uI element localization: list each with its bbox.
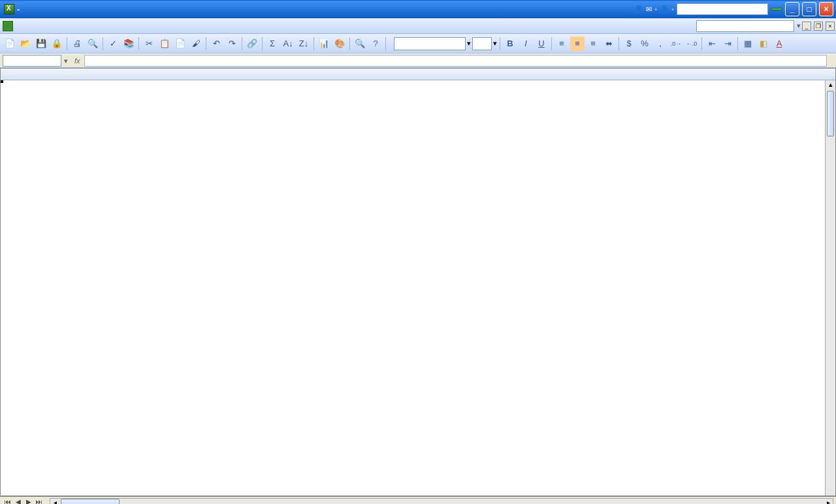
preview-button[interactable]: 🔍 (86, 37, 100, 51)
font-color-button[interactable]: A (772, 37, 786, 51)
help-question-input[interactable] (696, 20, 794, 32)
search-input[interactable] (677, 3, 768, 15)
decrease-decimal-button[interactable]: ←.0 (684, 37, 699, 51)
toolbar-standard: 📄 📂 💾 🔒 🖨 🔍 ✓ 📚 ✂ 📋 📄 🖌 ↶ ↷ 🔗 Σ A↓ Z↓ 📊 … (0, 34, 836, 54)
undo-button[interactable]: ↶ (209, 37, 223, 51)
sheet-tab-bar: ⏮ ◀ ▶ ⏭ ◂ ▸ (0, 496, 836, 504)
hyperlink-button[interactable]: 🔗 (245, 37, 259, 51)
menubar: ▾ _ ❐ × (0, 18, 836, 34)
tab-next-button[interactable]: ▶ (24, 498, 34, 505)
titlebar: - 👤 ✉ • 👤 • _ □ × (0, 0, 836, 18)
font-size-select[interactable] (472, 37, 492, 50)
zoom-button[interactable]: 🔍 (353, 37, 367, 51)
excel-icon (3, 21, 13, 31)
increase-decimal-button[interactable]: .0→ (669, 37, 683, 51)
align-left-button[interactable]: ≡ (555, 37, 569, 51)
align-right-button[interactable]: ≡ (586, 37, 600, 51)
search-button[interactable] (771, 8, 782, 10)
open-button[interactable]: 📂 (18, 37, 33, 51)
doc-minimize-button[interactable]: _ (802, 22, 811, 31)
help-button[interactable]: ? (368, 37, 383, 51)
increase-indent-button[interactable]: ⇥ (720, 37, 735, 51)
align-center-button[interactable]: ≡ (570, 37, 585, 51)
minimize-button[interactable]: _ (785, 2, 799, 16)
comma-button[interactable]: , (653, 37, 667, 51)
tab-last-button[interactable]: ⏭ (34, 498, 44, 505)
font-name-select[interactable] (394, 37, 466, 50)
vertical-scrollbar[interactable]: ▴ (825, 80, 835, 496)
paste-button[interactable]: 📄 (173, 37, 187, 51)
tab-first-button[interactable]: ⏮ (3, 498, 13, 505)
person-icon[interactable]: 👤 (634, 5, 643, 14)
formula-input[interactable] (84, 55, 827, 67)
tab-prev-button[interactable]: ◀ (13, 498, 24, 505)
mail-icon[interactable]: ✉ (646, 5, 652, 14)
fx-icon[interactable]: fx (71, 57, 84, 65)
format-painter-button[interactable]: 🖌 (189, 37, 203, 51)
formula-bar: ▾ fx (0, 54, 836, 68)
doc-restore-button[interactable]: ❐ (814, 22, 823, 31)
percent-button[interactable]: % (637, 37, 652, 51)
name-box[interactable] (3, 55, 61, 67)
autosum-button[interactable]: Σ (265, 37, 280, 51)
active-cell-marker (1, 80, 3, 83)
close-button[interactable]: × (819, 2, 833, 16)
horizontal-scrollbar[interactable]: ◂ ▸ (50, 498, 833, 505)
decrease-indent-button[interactable]: ⇤ (705, 37, 719, 51)
spell-button[interactable]: ✓ (106, 37, 120, 51)
new-button[interactable]: 📄 (3, 37, 17, 51)
research-button[interactable]: 📚 (121, 37, 136, 51)
sort-desc-button[interactable]: Z↓ (297, 37, 311, 51)
chart-button[interactable]: 📊 (317, 37, 331, 51)
save-button[interactable]: 💾 (34, 37, 48, 51)
app-icon (4, 4, 14, 14)
permission-button[interactable]: 🔒 (50, 37, 64, 51)
bold-button[interactable]: B (503, 37, 517, 51)
redo-button[interactable]: ↷ (225, 37, 239, 51)
sort-asc-button[interactable]: A↓ (281, 37, 295, 51)
cut-button[interactable]: ✂ (142, 37, 156, 51)
fill-color-button[interactable]: ◧ (756, 37, 771, 51)
copy-button[interactable]: 📋 (157, 37, 172, 51)
print-button[interactable]: 🖨 (70, 37, 84, 51)
spreadsheet-grid[interactable]: ▴ (0, 68, 836, 496)
maximize-button[interactable]: □ (802, 2, 816, 16)
app-title: - (17, 5, 20, 14)
doc-close-button[interactable]: × (826, 22, 835, 31)
merge-button[interactable]: ⬌ (602, 37, 616, 51)
italic-button[interactable]: I (519, 37, 533, 51)
drawing-button[interactable]: 🎨 (332, 37, 347, 51)
borders-button[interactable]: ▦ (741, 37, 755, 51)
underline-button[interactable]: U (534, 37, 549, 51)
person2-icon[interactable]: 👤 (660, 5, 669, 14)
currency-button[interactable]: $ (622, 37, 636, 51)
